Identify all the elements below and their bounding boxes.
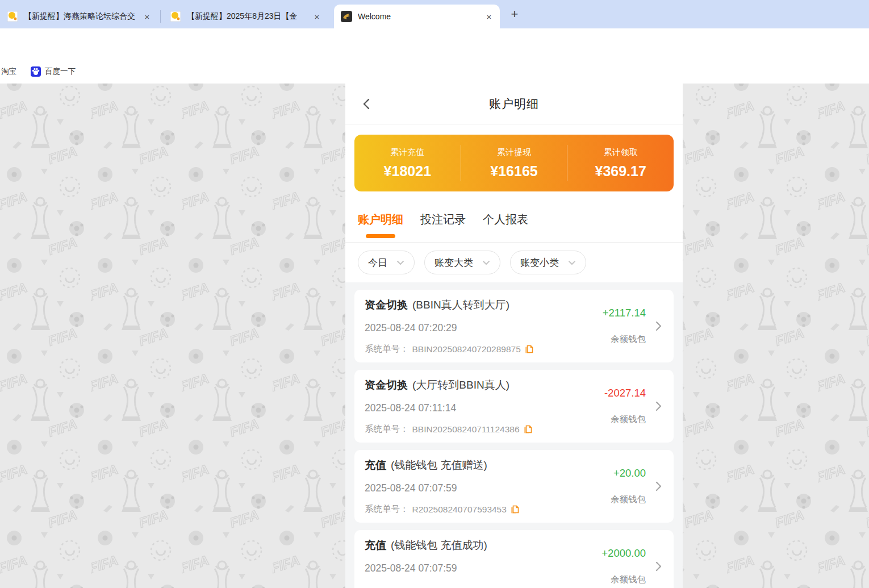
transaction-title: 资金切换(BBIN真人转到大厅) (365, 298, 571, 312)
tab-news[interactable]: 【新提醒】2025年8月23日【金 × (163, 5, 328, 28)
close-icon[interactable]: × (312, 11, 322, 22)
transaction-row[interactable]: 资金切换(大厅转到BBIN真人) 2025-08-24 07:11:14 系统单… (354, 370, 674, 443)
transaction-title: 充值(钱能钱包 充值赠送) (365, 458, 571, 473)
transaction-title: 充值(钱能钱包 充值成功) (365, 538, 571, 553)
note-favicon-icon (7, 11, 18, 22)
browser-toolbar: 175616.cc/reports/index (0, 28, 869, 60)
date-filter-dropdown[interactable]: 今日 (358, 251, 415, 274)
bookmark-taobao[interactable]: 淘宝 (1, 60, 16, 84)
tab-title: 【新提醒】海燕策略论坛综合交 (24, 11, 139, 22)
page-content: FIFA FIFA 账户 (0, 84, 869, 588)
note-favicon-icon (170, 11, 181, 22)
wallet-label: 余额钱包 (611, 574, 646, 586)
transaction-title: 资金切换(大厅转到BBIN真人) (365, 378, 571, 393)
back-icon[interactable] (360, 97, 374, 111)
chevron-right-icon[interactable] (652, 400, 665, 412)
bookmark-label: 百度一下 (45, 66, 76, 77)
baidu-paw-icon (31, 66, 41, 77)
totals-card: 累计充值 ¥18021 累计提现 ¥16165 累计领取 ¥369.17 (354, 135, 674, 191)
stat-value: ¥369.17 (567, 163, 674, 180)
filter-row: 今日 账变大类 账变小类 (345, 243, 683, 282)
stat-label: 累计领取 (567, 147, 674, 158)
stat-value: ¥16165 (461, 163, 567, 180)
amount: -2027.14 (604, 387, 646, 399)
tab-title: 【新提醒】2025年8月23日【金 (187, 11, 308, 22)
wallet-label: 余额钱包 (611, 494, 646, 506)
tab-account-detail[interactable]: 账户明细 (358, 212, 403, 227)
amount: +2117.14 (603, 307, 646, 319)
filter-label: 账变大类 (434, 256, 473, 269)
chevron-right-icon[interactable] (652, 320, 665, 332)
active-tab-underline (366, 234, 395, 238)
transaction-row[interactable]: 充值(钱能钱包 充值成功) 2025-08-24 07:07:59 +2000.… (354, 530, 674, 588)
total-claimed: 累计领取 ¥369.17 (567, 147, 674, 180)
transaction-datetime: 2025-08-24 07:07:59 (365, 482, 571, 494)
total-deposit: 累计充值 ¥18021 (354, 147, 461, 180)
tab-forum[interactable]: 【新提醒】海燕策略论坛综合交 × (0, 5, 158, 28)
new-tab-button[interactable]: + (507, 7, 522, 22)
chevron-down-icon (396, 260, 404, 265)
amount: +20.00 (613, 467, 646, 479)
copy-icon[interactable] (510, 504, 520, 514)
filter-label: 今日 (368, 256, 387, 269)
transaction-list: 资金切换(BBIN真人转到大厅) 2025-08-24 07:20:29 系统单… (345, 282, 683, 588)
bookmark-label: 淘宝 (1, 66, 16, 77)
stat-value: ¥18021 (354, 163, 461, 180)
page-title: 账户明细 (489, 96, 539, 112)
tab-strip: 【新提醒】海燕策略论坛综合交 × 【新提醒】2025年8月23日【金 × Wel… (0, 0, 869, 28)
account-detail-panel: 账户明细 累计充值 ¥18021 累计提现 ¥16165 累计领取 ¥369.1… (345, 84, 683, 588)
wallet-label: 余额钱包 (611, 414, 646, 426)
tab-personal-report[interactable]: 个人报表 (483, 212, 528, 227)
bookmarks-bar: 淘宝 百度一下 (0, 60, 869, 84)
transaction-serial: 系统单号：BBIN202508240711124386 (365, 423, 571, 435)
major-type-dropdown[interactable]: 账变大类 (424, 251, 500, 274)
tab-welcome-active[interactable]: Welcome × (334, 5, 500, 28)
amount: +2000.00 (601, 547, 646, 560)
panel-header: 账户明细 (345, 84, 683, 124)
transaction-row[interactable]: 充值(钱能钱包 充值赠送) 2025-08-24 07:07:59 系统单号：R… (354, 450, 674, 523)
browser-window: 【新提醒】海燕策略论坛综合交 × 【新提醒】2025年8月23日【金 × Wel… (0, 0, 869, 588)
tab-bet-records[interactable]: 投注记录 (420, 212, 466, 227)
transaction-datetime: 2025-08-24 07:20:29 (365, 322, 571, 334)
chevron-right-icon[interactable] (652, 560, 665, 573)
copy-icon[interactable] (524, 344, 534, 354)
transaction-row[interactable]: 资金切换(BBIN真人转到大厅) 2025-08-24 07:20:29 系统单… (354, 290, 674, 362)
close-icon[interactable]: × (484, 11, 494, 22)
tab-title: Welcome (358, 12, 481, 21)
stat-label: 累计提现 (461, 147, 567, 158)
transaction-serial: 系统单号：R202508240707593453 (365, 503, 571, 515)
site-favicon-icon (341, 11, 352, 22)
close-icon[interactable]: × (142, 11, 152, 22)
tab-separator (160, 10, 161, 23)
filter-label: 账变小类 (520, 256, 559, 269)
bookmark-baidu[interactable]: 百度一下 (31, 60, 76, 84)
copy-icon[interactable] (523, 424, 533, 434)
wallet-label: 余额钱包 (611, 333, 646, 345)
transaction-serial: 系统单号：BBIN202508240720289875 (365, 343, 571, 355)
chevron-right-icon[interactable] (652, 480, 665, 493)
transaction-datetime: 2025-08-24 07:07:59 (365, 562, 571, 574)
transaction-datetime: 2025-08-24 07:11:14 (365, 402, 571, 414)
chevron-down-icon (482, 260, 490, 265)
stat-label: 累计充值 (354, 147, 461, 158)
total-withdraw: 累计提现 ¥16165 (461, 147, 567, 180)
minor-type-dropdown[interactable]: 账变小类 (510, 251, 586, 274)
chevron-down-icon (568, 260, 576, 265)
section-tabs: 账户明细 投注记录 个人报表 (345, 197, 683, 243)
